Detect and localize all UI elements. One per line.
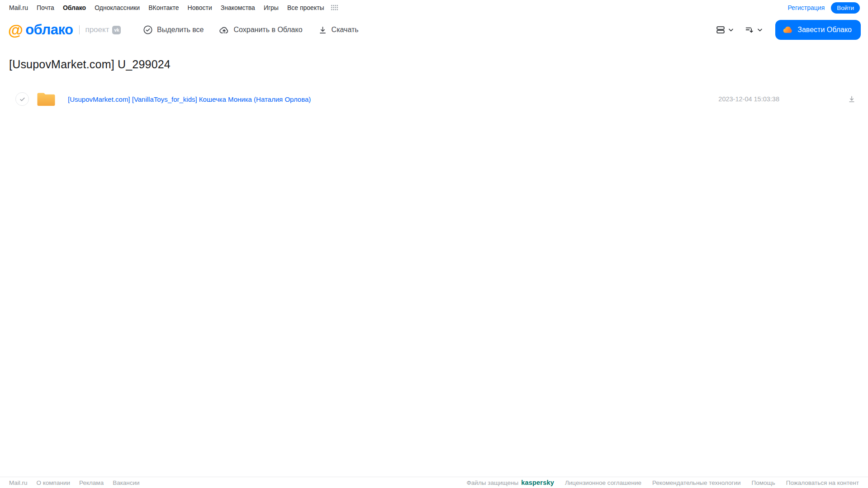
- chevron-down-icon: [727, 26, 735, 33]
- file-list: [UsupovMarket.com] [VanillaToys_for_kids…: [0, 87, 868, 111]
- download-icon: [318, 25, 327, 35]
- app-header: @ облако проект vk Выделить все: [0, 15, 868, 44]
- download-button[interactable]: Скачать: [318, 25, 359, 35]
- row-download-icon[interactable]: [847, 95, 856, 104]
- select-all-label: Выделить все: [157, 26, 204, 34]
- view-mode-dropdown[interactable]: [716, 25, 735, 35]
- row-checkbox[interactable]: [15, 92, 29, 106]
- cloud-upload-icon: [219, 25, 229, 35]
- save-to-cloud-button[interactable]: Сохранить в Облако: [219, 25, 302, 35]
- page: Mail.ru Почта Облако Одноклассники ВКонт…: [0, 0, 868, 488]
- cloud-logo[interactable]: @ облако проект vk: [8, 22, 143, 38]
- footer-link-license[interactable]: Лицензионное соглашение: [565, 479, 641, 486]
- topnav-link-vkontakte[interactable]: ВКонтакте: [148, 4, 179, 11]
- header-right-controls: Завести Облако: [716, 20, 861, 40]
- page-title: [UsupovMarket.com] U_299024: [9, 58, 868, 71]
- footer-link-vakansii[interactable]: Вакансии: [113, 479, 140, 486]
- kaspersky-protection: Файлы защищены kaspersky: [467, 479, 554, 486]
- protected-label: Файлы защищены: [467, 479, 519, 486]
- cloud-logo-text: облако: [25, 22, 73, 38]
- download-label: Скачать: [332, 26, 359, 34]
- get-cloud-button[interactable]: Завести Облако: [775, 20, 861, 40]
- select-all-button[interactable]: Выделить все: [143, 25, 204, 35]
- registration-link[interactable]: Регистрация: [787, 4, 825, 11]
- main-content: [UsupovMarket.com] U_299024: [0, 44, 868, 477]
- logo-divider: [79, 25, 80, 34]
- portal-topnav: Mail.ru Почта Облако Одноклассники ВКонт…: [0, 0, 868, 15]
- page-footer: Mail.ru О компании Реклама Вакансии Файл…: [0, 477, 868, 488]
- row-right: 2023-12-04 15:03:38: [718, 95, 856, 104]
- project-label: проект: [85, 25, 109, 34]
- kaspersky-logo[interactable]: kaspersky: [521, 479, 554, 486]
- topnav-link-oblako[interactable]: Облако: [63, 4, 86, 11]
- get-cloud-label: Завести Облако: [797, 26, 852, 34]
- footer-right-links: Файлы защищены kaspersky Лицензионное со…: [467, 479, 859, 486]
- chevron-down-icon: [756, 26, 764, 33]
- check-icon: [19, 96, 26, 103]
- portal-links: Mail.ru Почта Облако Одноклассники ВКонт…: [9, 4, 338, 11]
- sort-dropdown[interactable]: [745, 25, 764, 35]
- file-date: 2023-12-04 15:03:38: [718, 95, 779, 103]
- cloud-icon: [782, 24, 793, 36]
- save-to-cloud-label: Сохранить в Облако: [233, 26, 302, 34]
- vk-badge-icon: vk: [112, 26, 121, 34]
- footer-link-reklama[interactable]: Реклама: [79, 479, 104, 486]
- login-button[interactable]: Войти: [831, 2, 860, 14]
- mailru-at-icon: @: [8, 22, 23, 38]
- footer-link-help[interactable]: Помощь: [752, 479, 775, 486]
- sort-icon: [745, 25, 754, 35]
- topnav-link-novosti[interactable]: Новости: [188, 4, 212, 11]
- footer-link-recommend-tech[interactable]: Рекомендательные технологии: [652, 479, 740, 486]
- topnav-link-mailru[interactable]: Mail.ru: [9, 4, 28, 11]
- folder-icon: [36, 91, 56, 107]
- footer-link-o-kompanii[interactable]: О компании: [37, 479, 70, 486]
- topnav-link-znakomstva[interactable]: Знакомства: [221, 4, 255, 11]
- topnav-link-odnoklassniki[interactable]: Одноклассники: [95, 4, 140, 11]
- topnav-link-vse-proekty[interactable]: Все проекты: [287, 4, 324, 11]
- footer-link-mailru[interactable]: Mail.ru: [9, 479, 28, 486]
- file-toolbar: Выделить все Сохранить в Облако Скача: [143, 25, 359, 35]
- topnav-link-pochta[interactable]: Почта: [37, 4, 54, 11]
- auth-area: Регистрация Войти: [787, 2, 860, 14]
- list-view-icon: [716, 25, 726, 35]
- footer-link-report-content[interactable]: Пожаловаться на контент: [786, 479, 859, 486]
- check-circle-icon: [143, 25, 153, 35]
- all-projects-grid-icon[interactable]: [331, 5, 338, 10]
- file-name-link[interactable]: [UsupovMarket.com] [VanillaToys_for_kids…: [68, 95, 311, 103]
- footer-left-links: Mail.ru О компании Реклама Вакансии: [9, 479, 140, 486]
- topnav-link-igry[interactable]: Игры: [264, 4, 279, 11]
- file-row[interactable]: [UsupovMarket.com] [VanillaToys_for_kids…: [0, 87, 868, 111]
